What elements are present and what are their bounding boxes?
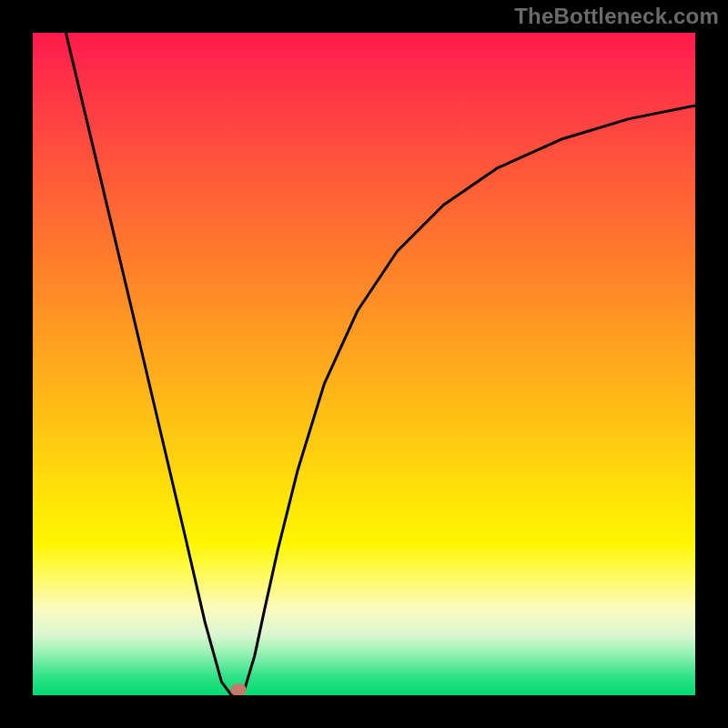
chart-frame: TheBottleneck.com bbox=[0, 0, 728, 728]
optimal-point-marker bbox=[230, 683, 247, 695]
watermark-text: TheBottleneck.com bbox=[514, 4, 719, 29]
bottleneck-curve bbox=[33, 33, 695, 695]
plot-area bbox=[33, 33, 695, 695]
